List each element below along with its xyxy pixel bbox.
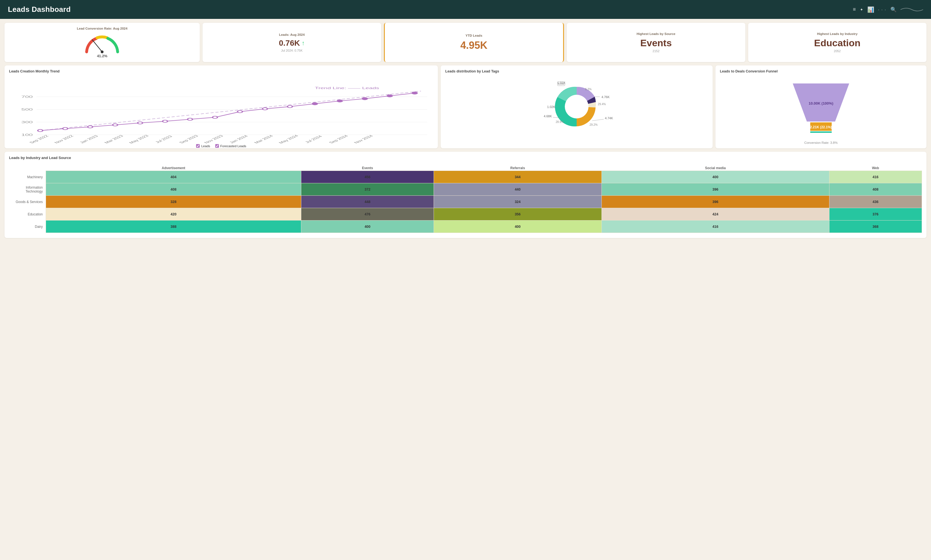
cell-r3-c1: 476	[301, 208, 434, 220]
svg-line-55	[592, 119, 604, 121]
cell-r2-c3: 396	[601, 196, 829, 208]
table-row: Dairy388400400416368	[9, 220, 922, 233]
legend-forecasted: Forecasted Leads	[215, 144, 246, 148]
header: Leads Dashboard ≡ ✦ 📊 · · · 🔍	[0, 0, 931, 19]
highest-industry-label: Highest Leads by Industry	[817, 32, 858, 35]
table-row: Information Technology408372440396408	[9, 183, 922, 196]
donut-chart-wrap: 4.76K 29.4% 1.01K 6.2% 1.02K 4.68K 28.9%…	[445, 75, 708, 138]
svg-text:1.02K: 1.02K	[547, 105, 555, 109]
industry-table-card: Leads by Industry and Lead Source Advert…	[5, 152, 926, 238]
funnel-chart-area: 10.00K (100%) 2.21K (22.1%) Conversion R…	[720, 78, 922, 145]
leads-aug-label: Leads: Aug 2024	[279, 33, 305, 36]
svg-point-26	[387, 95, 392, 97]
svg-text:Mar 2023: Mar 2023	[103, 134, 125, 144]
header-icons: ≡ ✦ 📊 · · · 🔍	[853, 6, 923, 13]
legend-forecasted-checkbox[interactable]	[215, 144, 219, 148]
ytd-leads-card: YTD Leads 4.95K	[384, 23, 564, 62]
main-content: Lead Conversion Rate: Aug 2024 41.2% Lea…	[0, 19, 931, 242]
svg-text:700: 700	[21, 95, 33, 98]
cell-r4-c0: 388	[46, 220, 301, 233]
svg-point-25	[362, 98, 367, 100]
svg-text:Jan 2023: Jan 2023	[79, 134, 99, 144]
highest-industry-card: Highest Leads by Industry Education 2052	[748, 23, 926, 62]
legend-leads-checkbox[interactable]	[196, 144, 200, 148]
cell-r1-c2: 440	[434, 183, 601, 196]
ytd-label: YTD Leads	[466, 34, 482, 37]
svg-text:29.2%: 29.2%	[590, 123, 598, 126]
highest-industry-value: Education	[814, 38, 860, 48]
svg-text:Sep 2024: Sep 2024	[328, 134, 349, 144]
table-corner	[9, 164, 46, 171]
svg-point-12	[38, 129, 43, 132]
conversion-rate-label: Conversion Rate: 3.8%	[804, 141, 838, 145]
wave-icon	[900, 7, 923, 12]
search-icon[interactable]: 🔍	[890, 6, 897, 13]
svg-text:4.68K: 4.68K	[544, 114, 552, 118]
svg-text:Jul 2023: Jul 2023	[154, 135, 174, 143]
cell-r2-c1: 448	[301, 196, 434, 208]
svg-text:6.3%: 6.3%	[585, 88, 592, 91]
cell-r4-c3: 416	[601, 220, 829, 233]
donut-chart-title: Leads distribution by Lead Tags	[445, 69, 708, 73]
svg-point-42	[565, 95, 589, 118]
svg-text:Nov 2022: Nov 2022	[53, 134, 74, 144]
sparkle-icon: ✦	[860, 7, 863, 12]
industry-table-title: Leads by Industry and Lead Source	[9, 155, 922, 160]
chart-icon[interactable]: 📊	[867, 6, 874, 13]
trend-chart-card: Leads Creation Monthly Trend 100 300 500…	[5, 65, 438, 148]
svg-text:28.9%: 28.9%	[556, 120, 564, 123]
svg-text:4.76K: 4.76K	[601, 95, 610, 99]
leads-aug-value: 0.76K	[279, 38, 300, 48]
svg-text:Jan 2024: Jan 2024	[228, 134, 249, 144]
trend-chart-area: 100 300 500 700 Trend Line: —— Leads	[9, 75, 433, 143]
funnel-chart-title: Leads to Deals Conversion Funnel	[720, 69, 922, 73]
svg-point-14	[88, 126, 93, 128]
cell-r1-c4: 408	[829, 183, 922, 196]
svg-point-1	[101, 51, 103, 53]
svg-text:Jul 2024: Jul 2024	[304, 135, 323, 143]
svg-point-18	[188, 118, 193, 120]
cell-r3-c3: 424	[601, 208, 829, 220]
row-label-goods-&-services: Goods & Services	[9, 196, 46, 208]
highest-source-label: Highest Leads by Source	[637, 32, 675, 35]
leads-aug-card: Leads: Aug 2024 0.76K ↑ Jul 2024: 0.75K	[203, 23, 381, 62]
highest-industry-sub: 2052	[834, 49, 841, 53]
svg-rect-62	[810, 131, 832, 133]
dashboard-title: Leads Dashboard	[8, 5, 71, 14]
row-label-machinery: Machinery	[9, 171, 46, 183]
svg-line-10	[40, 91, 421, 131]
leads-aug-sub: Jul 2024: 0.75K	[281, 49, 302, 52]
dots-icon: · · ·	[878, 7, 886, 12]
col-social: Social media	[601, 164, 829, 171]
svg-text:6.2%: 6.2%	[558, 83, 564, 85]
svg-point-22	[287, 105, 293, 108]
cell-r0-c3: 400	[601, 171, 829, 183]
svg-point-20	[237, 111, 243, 113]
menu-icon[interactable]: ≡	[853, 6, 856, 12]
cell-r3-c0: 420	[46, 208, 301, 220]
svg-point-16	[138, 122, 143, 124]
svg-point-13	[63, 128, 68, 130]
cell-r0-c1: 456	[301, 171, 434, 183]
svg-text:300: 300	[21, 120, 33, 124]
svg-point-23	[312, 103, 318, 105]
svg-text:Trend Line: —— Leads: Trend Line: —— Leads	[315, 86, 379, 90]
conversion-rate-card: Lead Conversion Rate: Aug 2024 41.2%	[5, 23, 200, 62]
col-events: Events	[301, 164, 434, 171]
svg-point-24	[338, 100, 342, 102]
cell-r1-c1: 372	[301, 183, 434, 196]
cell-r4-c2: 400	[434, 220, 601, 233]
table-header-row: Advertisement Events Referrals Social me…	[9, 164, 922, 171]
row-label-information-technology: Information Technology	[9, 183, 46, 196]
donut-chart-card: Leads distribution by Lead Tags	[441, 65, 712, 148]
svg-text:29.4%: 29.4%	[598, 103, 606, 106]
svg-text:May 2024: May 2024	[277, 134, 300, 144]
svg-point-17	[162, 120, 168, 122]
svg-text:Mar 2024: Mar 2024	[253, 134, 274, 144]
svg-line-0	[92, 40, 102, 52]
svg-text:500: 500	[21, 108, 33, 111]
highest-source-sub: 2152	[652, 49, 659, 53]
conversion-rate-label: Lead Conversion Rate: Aug 2024	[77, 27, 127, 30]
svg-text:10.00K (100%): 10.00K (100%)	[809, 101, 833, 105]
svg-point-21	[262, 108, 267, 110]
